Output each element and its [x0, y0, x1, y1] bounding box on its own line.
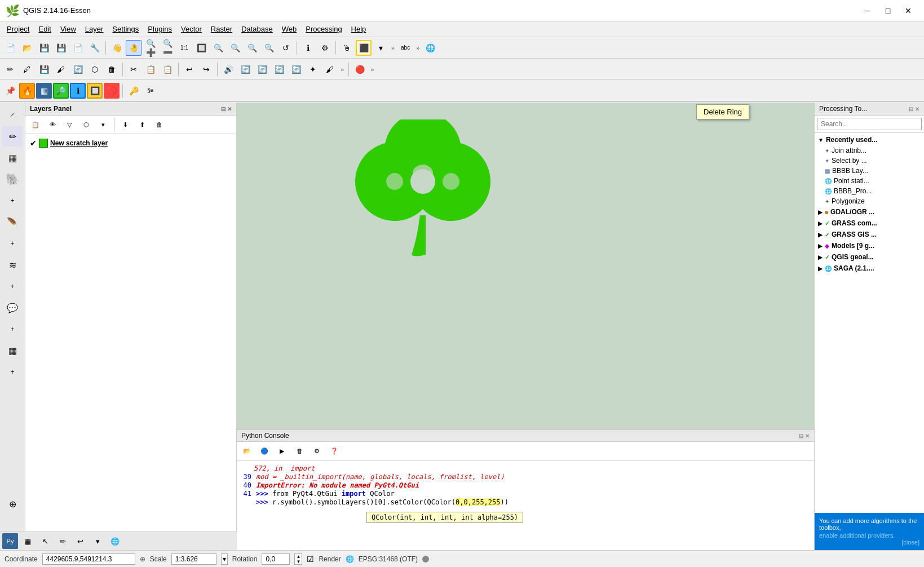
menu-vector[interactable]: Vector: [176, 23, 206, 36]
menu-plugins[interactable]: Plugins: [143, 23, 176, 36]
close-button[interactable]: ✕: [898, 3, 918, 19]
layers-expand-button[interactable]: ⬇: [117, 117, 133, 132]
key-button[interactable]: 🔑: [126, 83, 142, 99]
print-button[interactable]: 📄: [70, 40, 86, 56]
py-class-button[interactable]: 🔵: [257, 443, 272, 459]
pan-extent-button[interactable]: 🔍: [244, 40, 260, 56]
coordinate-input[interactable]: [42, 553, 135, 565]
box-button[interactable]: 🔲: [87, 83, 103, 99]
delete-button[interactable]: 🗑: [104, 61, 120, 77]
maximize-button[interactable]: □: [878, 3, 898, 19]
layers-remove-button[interactable]: 🗑: [151, 117, 167, 132]
sidebar-icon-13[interactable]: +: [2, 362, 23, 382]
save-as-button[interactable]: 💾: [53, 40, 69, 56]
sidebar-icon-12[interactable]: ▦: [2, 340, 23, 361]
py-open-button[interactable]: 📂: [239, 443, 255, 459]
red-button[interactable]: 🔴: [352, 61, 368, 77]
snap-button[interactable]: 🔊: [220, 61, 236, 77]
identify-button[interactable]: ℹ: [300, 40, 316, 56]
bottom-grid-button[interactable]: ▦: [20, 533, 36, 549]
layers-collapse-button[interactable]: ⬆: [134, 117, 150, 132]
info-button[interactable]: ℹ: [70, 83, 86, 99]
sidebar-icon-7[interactable]: +: [2, 233, 23, 254]
sidebar-icon-5[interactable]: +: [2, 191, 23, 211]
fire-button[interactable]: 🔥: [19, 83, 35, 99]
close-info-button[interactable]: [close]: [901, 539, 919, 546]
new-file-button[interactable]: 📄: [2, 40, 18, 56]
bottom-globe-button[interactable]: 🌐: [107, 533, 123, 549]
tree-group-saga[interactable]: ▶ 🌐 SAGA (2.1....: [816, 263, 923, 274]
render-checkbox[interactable]: ☑: [307, 555, 314, 564]
map-settings-button[interactable]: ⚙: [317, 40, 333, 56]
tree-item-polygonize[interactable]: ✦ Polygonize: [816, 196, 923, 206]
digitize-button[interactable]: ✏: [2, 61, 18, 77]
edit-button[interactable]: 🖊: [19, 61, 35, 77]
tree-item-bbbb-pro[interactable]: 🌐 BBBB_Pro...: [816, 186, 923, 196]
menu-project[interactable]: Project: [2, 23, 34, 36]
tree-group-grass-gis[interactable]: ▶ ✓ GRASS GIS ...: [816, 229, 923, 240]
copy-button[interactable]: 📋: [143, 61, 158, 77]
redo-button[interactable]: ↪: [198, 61, 214, 77]
draw-button[interactable]: 🖌: [53, 61, 69, 77]
menu-web[interactable]: Web: [277, 23, 302, 36]
fill-button[interactable]: ✦: [305, 61, 321, 77]
bottom-pointer-button[interactable]: ↖: [37, 533, 53, 549]
sidebar-icon-4[interactable]: 🐘: [2, 169, 23, 189]
layers-eye-button[interactable]: 👁: [45, 117, 60, 132]
sidebar-icon-9[interactable]: +: [2, 276, 23, 296]
cut-button[interactable]: ✂: [126, 61, 142, 77]
bottom-undo-button[interactable]: ↩: [72, 533, 88, 549]
tree-item-join[interactable]: ✦ Join attrib...: [816, 145, 923, 156]
menu-raster[interactable]: Raster: [206, 23, 237, 36]
label-button[interactable]: abc: [397, 40, 413, 56]
layers-select-button[interactable]: ⬡: [78, 117, 94, 132]
tree-group-models[interactable]: ▶ ◆ Models [9 g...: [816, 240, 923, 251]
pan-map-button[interactable]: 🤚: [126, 40, 142, 56]
node-tool-button[interactable]: ⬡: [87, 61, 103, 77]
tree-group-qgis[interactable]: ▶ ✓ QGIS geoal...: [816, 251, 923, 263]
rotation-stepper[interactable]: ▲▼: [294, 553, 302, 565]
scale-button[interactable]: 🔄: [288, 61, 304, 77]
layers-filter-button[interactable]: ▽: [61, 117, 77, 132]
zoom-selection-button[interactable]: 🔍: [227, 40, 243, 56]
py-clear-button[interactable]: 🗑: [291, 443, 307, 459]
layer-checkbox[interactable]: ✔: [30, 139, 37, 148]
zoom-out-button[interactable]: 🔍➖: [160, 40, 175, 56]
enable-providers-link[interactable]: enable additional providers.: [819, 532, 919, 539]
undo-button[interactable]: ↩: [182, 61, 197, 77]
sidebar-icon-3[interactable]: ▦: [2, 148, 23, 168]
menu-layer[interactable]: Layer: [81, 23, 108, 36]
lock2-button[interactable]: 🔄: [254, 61, 270, 77]
sidebar-icon-2[interactable]: ✏: [2, 126, 23, 147]
scale-dropdown[interactable]: ▾: [221, 553, 228, 565]
settings-button[interactable]: 🔧: [87, 40, 103, 56]
sidebar-icon-8[interactable]: ≋: [2, 255, 23, 275]
layer-name[interactable]: New scratch layer: [50, 139, 108, 147]
py-help-button[interactable]: ❓: [326, 443, 342, 459]
globe-button[interactable]: 🌐: [422, 40, 438, 56]
paste-button[interactable]: 📋: [160, 61, 175, 77]
search-btn[interactable]: 🔎: [53, 83, 69, 99]
sidebar-icon-11[interactable]: +: [2, 319, 23, 339]
rotate-button[interactable]: 🔄: [70, 61, 86, 77]
tree-group-grass-com[interactable]: ▶ ✓ GRASS com...: [816, 218, 923, 229]
grid-button[interactable]: ▦: [36, 83, 52, 99]
bottom-pen-button[interactable]: ✏: [55, 533, 70, 549]
tree-item-point[interactable]: 🌐 Point stati...: [816, 176, 923, 186]
tree-item-bbbb-lay[interactable]: ▦ BBBB Lay...: [816, 166, 923, 176]
pin-button[interactable]: 📌: [2, 83, 18, 99]
select-rect-button[interactable]: ⬛: [356, 40, 372, 56]
menu-settings[interactable]: Settings: [108, 23, 143, 36]
move-button[interactable]: 🔄: [271, 61, 287, 77]
menu-processing[interactable]: Processing: [301, 23, 346, 36]
sidebar-icon-6[interactable]: 🪶: [2, 212, 23, 232]
layers-dropdown-button[interactable]: ▾: [95, 117, 111, 132]
menu-database[interactable]: Database: [237, 23, 277, 36]
layer-item[interactable]: ✔ New scratch layer: [28, 136, 234, 150]
menu-edit[interactable]: Edit: [34, 23, 55, 36]
tree-group-gdal[interactable]: ▶ ■ GDAL/OGR ...: [816, 206, 923, 218]
menu-view[interactable]: View: [56, 23, 81, 36]
zoom-extent-button[interactable]: 🔲: [193, 40, 209, 56]
select-pointer-button[interactable]: 🖱: [339, 40, 355, 56]
save-edits-button[interactable]: 💾: [36, 61, 52, 77]
